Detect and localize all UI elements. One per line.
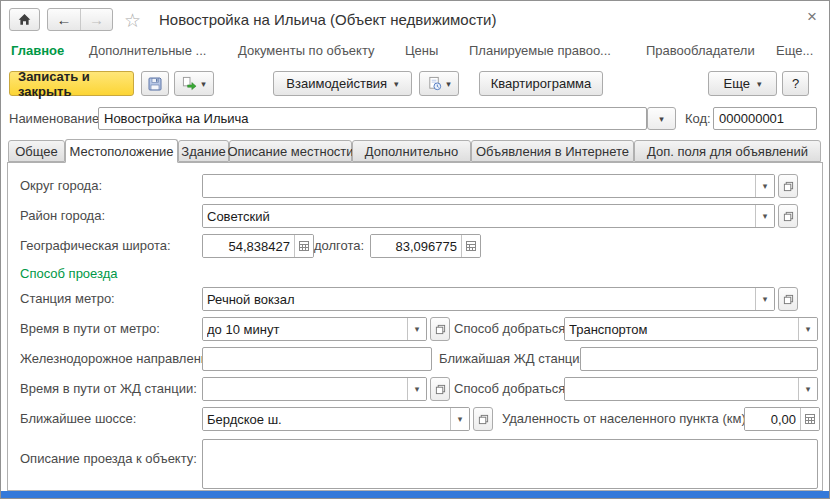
floppy-icon xyxy=(147,76,163,92)
forward-icon: → xyxy=(89,11,104,28)
latitude-calc-button[interactable] xyxy=(294,235,313,257)
distance-label: Удаленность от населенного пункта (км): xyxy=(502,411,749,426)
longitude-input[interactable] xyxy=(371,235,461,257)
save-close-button[interactable]: Записать и закрыть xyxy=(9,71,134,96)
chevron-down-icon: ▾ xyxy=(659,114,664,124)
metro-station-dropdown[interactable]: ▾ xyxy=(755,288,774,310)
history-nav: ← → xyxy=(47,8,113,31)
open-icon xyxy=(783,211,794,222)
tab-area-description[interactable]: Описание местности xyxy=(229,140,352,162)
longitude-calc-button[interactable] xyxy=(461,235,480,257)
forward-button[interactable]: → xyxy=(80,9,112,30)
city-area-dropdown[interactable]: ▾ xyxy=(755,205,774,227)
rail-direction-input[interactable] xyxy=(202,347,432,371)
menu-item-main[interactable]: Главное xyxy=(11,43,64,58)
menu-item-rightholders[interactable]: Правообладатели xyxy=(646,43,755,58)
route-description-textarea[interactable] xyxy=(202,439,818,489)
rail-station-input[interactable] xyxy=(580,347,818,371)
back-button[interactable]: ← xyxy=(48,9,80,30)
metro-station-input[interactable] xyxy=(203,288,755,310)
city-area-input[interactable] xyxy=(203,205,755,227)
open-icon xyxy=(435,324,446,335)
chevron-down-icon: ▾ xyxy=(201,79,206,89)
tab-additional[interactable]: Дополнительно xyxy=(352,140,471,162)
kvartirogramma-button[interactable]: Квартирограмма xyxy=(479,71,603,96)
name-dropdown-button[interactable]: ▾ xyxy=(647,107,676,130)
city-district-dropdown[interactable]: ▾ xyxy=(755,175,774,197)
chevron-down-icon: ▾ xyxy=(458,414,463,424)
highway-open-button[interactable] xyxy=(473,407,493,431)
create-based-on-icon xyxy=(182,76,197,91)
route-description-label: Описание проезда к объекту: xyxy=(20,451,197,466)
create-based-on-button[interactable]: ▾ xyxy=(174,71,214,96)
more-button[interactable]: Еще ▾ xyxy=(708,71,777,96)
metro-time-input[interactable] xyxy=(203,318,407,340)
open-icon xyxy=(435,384,446,395)
open-icon xyxy=(783,181,794,192)
distance-calc-button[interactable] xyxy=(800,408,819,430)
tab-building[interactable]: Здание xyxy=(178,140,229,162)
menu-item-more[interactable]: Еще... xyxy=(776,43,813,58)
rail-time-open-button[interactable] xyxy=(430,377,450,401)
metro-time-combo: ▾ xyxy=(202,317,427,341)
rail-time-dropdown[interactable]: ▾ xyxy=(407,378,426,400)
home-icon xyxy=(17,12,32,27)
location-tab-panel: Округ города: ▾ Район города: ▾ Географи… xyxy=(7,162,823,491)
how-to-get2-input[interactable] xyxy=(565,378,798,400)
metro-time-label: Время в пути от метро: xyxy=(20,321,160,336)
chevron-down-icon: ▾ xyxy=(806,384,811,394)
highway-input[interactable] xyxy=(203,408,450,430)
highway-label: Ближайшее шоссе: xyxy=(20,411,136,426)
latitude-input[interactable] xyxy=(203,235,294,257)
chevron-down-icon: ▾ xyxy=(763,181,768,191)
how-to-get2-combo: ▾ xyxy=(564,377,818,401)
rail-time-input[interactable] xyxy=(203,378,407,400)
menu-item-additional[interactable]: Дополнительные ... xyxy=(89,43,206,58)
save-button[interactable] xyxy=(141,71,169,96)
home-button[interactable] xyxy=(9,8,40,31)
tab-ad-extra-fields[interactable]: Доп. поля для объявлений xyxy=(634,140,821,162)
city-district-open-button[interactable] xyxy=(778,174,798,198)
chevron-down-icon: ▾ xyxy=(446,79,451,89)
rail-station-label: Ближайшая ЖД станция: xyxy=(439,351,590,366)
menu-item-planned-rights[interactable]: Планируемые правоо... xyxy=(469,43,611,58)
toolbar: Записать и закрыть ▾ Взаимодействия ▾ xyxy=(1,71,829,97)
favorite-star-icon[interactable]: ☆ xyxy=(124,9,141,32)
back-icon: ← xyxy=(57,11,72,28)
name-input[interactable] xyxy=(98,107,647,130)
highway-dropdown[interactable]: ▾ xyxy=(450,408,469,430)
metro-station-label: Станция метро: xyxy=(20,291,115,306)
route-section-header: Способ проезда xyxy=(20,266,118,281)
tab-general[interactable]: Общее xyxy=(8,140,65,162)
latitude-label: Географическая широта: xyxy=(20,238,171,253)
city-area-open-button[interactable] xyxy=(778,204,798,228)
menu-item-prices[interactable]: Цены xyxy=(405,43,438,58)
chevron-down-icon: ▾ xyxy=(415,384,420,394)
bottom-strip xyxy=(1,491,829,498)
metro-station-open-button[interactable] xyxy=(778,287,798,311)
latitude-field xyxy=(202,234,314,258)
metro-station-combo: ▾ xyxy=(202,287,775,311)
page-title: Новострой­ка на Ильича (Объект недвижимо… xyxy=(159,11,496,28)
tab-internet-ads[interactable]: Объявления в Интернете xyxy=(471,140,634,162)
attached-files-button[interactable]: ▾ xyxy=(419,71,459,96)
chevron-down-icon: ▾ xyxy=(763,211,768,221)
chevron-down-icon: ▾ xyxy=(415,324,420,334)
how-to-get2-dropdown[interactable]: ▾ xyxy=(798,378,817,400)
how-to-get-input[interactable] xyxy=(565,318,798,340)
metro-time-dropdown[interactable]: ▾ xyxy=(407,318,426,340)
how-to-get-label: Способ добраться: xyxy=(454,321,569,336)
interactions-button[interactable]: Взаимодействия ▾ xyxy=(273,71,412,96)
help-button[interactable]: ? xyxy=(782,71,809,96)
how-to-get-dropdown[interactable]: ▾ xyxy=(798,318,817,340)
calculator-icon xyxy=(804,413,816,425)
longitude-field xyxy=(370,234,481,258)
city-district-input[interactable] xyxy=(203,175,755,197)
tab-location[interactable]: Местоположение xyxy=(65,139,178,163)
city-area-combo: ▾ xyxy=(202,204,775,228)
metro-time-open-button[interactable] xyxy=(430,317,450,341)
distance-input[interactable] xyxy=(745,408,800,430)
close-icon[interactable]: × xyxy=(807,7,817,27)
menu-item-documents[interactable]: Документы по объекту xyxy=(238,43,375,58)
code-input[interactable] xyxy=(713,107,817,130)
